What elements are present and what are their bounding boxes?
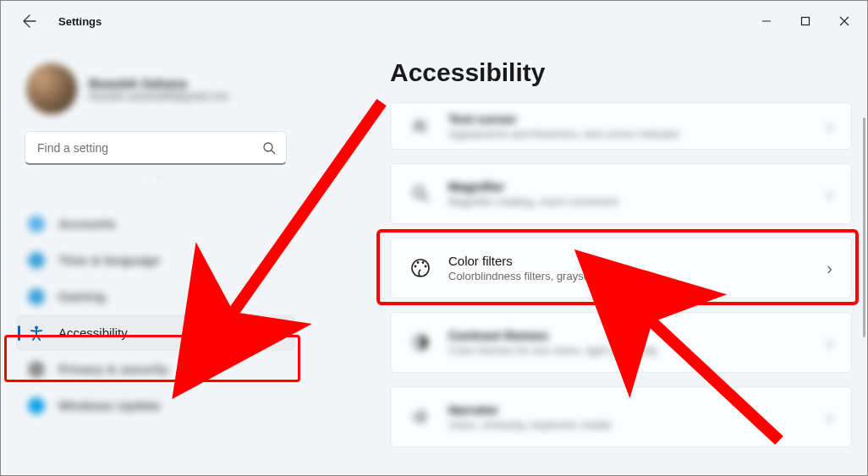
setting-title: Magnifier: [448, 179, 810, 194]
setting-sub: Colorblindness filters, grayscale, inver…: [448, 270, 810, 282]
privacy-security-icon: [28, 361, 45, 378]
accessibility-icon: [28, 325, 45, 342]
page-title: Accessibility: [390, 58, 852, 87]
chevron-right-icon: ›: [827, 333, 832, 353]
user-email: beaulah.sahana96@gmail.com: [89, 90, 229, 102]
setting-row-text-cursor[interactable]: Text cursor Appearance and thickness, te…: [390, 102, 852, 150]
setting-row-contrast-themes[interactable]: Contrast themes Color themes for low vis…: [390, 312, 852, 373]
chevron-right-icon: ›: [827, 184, 832, 204]
search-icon: [262, 141, 276, 155]
color-filters-icon: [409, 257, 431, 279]
nav-list: Accounts Time & language Gaming Accessib…: [16, 205, 295, 424]
svg-rect-0: [802, 18, 810, 25]
sidebar-item-time-language[interactable]: Time & language: [16, 242, 295, 278]
setting-text: Narrator Voice, verbosity, keyboard, bra…: [448, 402, 810, 431]
setting-text: Text cursor Appearance and thickness, te…: [448, 112, 810, 140]
sidebar: Beaulah Sahana beaulah.sahana96@gmail.co…: [1, 41, 305, 476]
svg-point-2: [35, 326, 38, 329]
narrator-icon: [409, 406, 431, 428]
scrollbar[interactable]: [863, 118, 865, 337]
setting-sub: Appearance and thickness, text cursor in…: [448, 128, 810, 140]
sidebar-item-privacy-security[interactable]: Privacy & security: [16, 351, 295, 387]
app-title: Settings: [58, 15, 102, 28]
setting-row-magnifier[interactable]: Magnifier Magnifier reading, zoom increm…: [390, 163, 852, 224]
magnifier-icon: [409, 183, 431, 205]
settings-list: Text cursor Appearance and thickness, te…: [390, 102, 852, 447]
user-info: Beaulah Sahana beaulah.sahana96@gmail.co…: [89, 76, 229, 102]
user-name: Beaulah Sahana: [89, 76, 229, 90]
avatar: [26, 63, 77, 114]
sidebar-item-gaming[interactable]: Gaming: [16, 278, 295, 315]
setting-sub: Color themes for low vision, light sensi…: [448, 344, 810, 357]
maximize-icon: [800, 16, 810, 26]
chevron-right-icon: ›: [827, 259, 832, 278]
svg-point-4: [415, 265, 417, 268]
sidebar-item-label: Windows Update: [58, 398, 161, 413]
setting-title: Text cursor: [448, 112, 810, 126]
sidebar-item-windows-update[interactable]: Windows Update: [16, 387, 295, 424]
user-block[interactable]: Beaulah Sahana beaulah.sahana96@gmail.co…: [16, 55, 295, 126]
sidebar-item-label: Gaming: [58, 289, 106, 304]
time-language-icon: [28, 252, 45, 269]
setting-row-narrator[interactable]: Narrator Voice, verbosity, keyboard, bra…: [390, 386, 852, 447]
gaming-icon: [28, 288, 45, 305]
setting-text: Color filters Colorblindness filters, gr…: [448, 254, 810, 282]
contrast-themes-icon: [409, 331, 431, 353]
close-icon: [839, 16, 849, 26]
setting-row-color-filters[interactable]: Color filters Colorblindness filters, gr…: [390, 238, 852, 298]
chevron-right-icon: ›: [827, 117, 832, 136]
sidebar-item-label: Time & language: [58, 253, 160, 267]
windows-update-icon: [28, 397, 45, 414]
content-area: Accessibility Text cursor Appearance and…: [305, 41, 867, 476]
svg-point-6: [422, 261, 425, 264]
maximize-button[interactable]: [786, 8, 825, 35]
setting-text: Magnifier Magnifier reading, zoom increm…: [448, 179, 810, 208]
setting-sub: Magnifier reading, zoom increment: [448, 195, 810, 208]
svg-point-3: [414, 187, 424, 197]
chevron-right-icon: ›: [827, 408, 832, 427]
svg-point-7: [425, 265, 427, 268]
sidebar-item-label: Privacy & security: [58, 362, 168, 376]
setting-title: Contrast themes: [448, 328, 810, 342]
text-cursor-icon: [409, 115, 431, 137]
svg-point-5: [417, 261, 420, 264]
svg-point-1: [264, 143, 272, 151]
titlebar: Settings: [1, 1, 867, 41]
accounts-icon: [28, 216, 45, 233]
setting-sub: Voice, verbosity, keyboard, braille: [448, 419, 810, 431]
search-input[interactable]: [36, 140, 262, 156]
sidebar-item-accounts[interactable]: Accounts: [16, 205, 295, 242]
back-button[interactable]: [14, 6, 45, 36]
minimize-icon: [761, 16, 772, 26]
minimize-button[interactable]: [747, 8, 786, 35]
close-button[interactable]: [825, 8, 864, 35]
sidebar-item-label: Accessibility: [58, 326, 128, 340]
setting-text: Contrast themes Color themes for low vis…: [448, 328, 810, 357]
setting-title: Narrator: [448, 402, 810, 417]
arrow-left-icon: [23, 14, 36, 28]
sidebar-item-label: Accounts: [58, 216, 116, 231]
search-box[interactable]: [25, 131, 287, 165]
setting-title: Color filters: [448, 254, 810, 268]
sidebar-item-accessibility[interactable]: Accessibility: [16, 315, 295, 351]
window-controls: [747, 8, 864, 35]
